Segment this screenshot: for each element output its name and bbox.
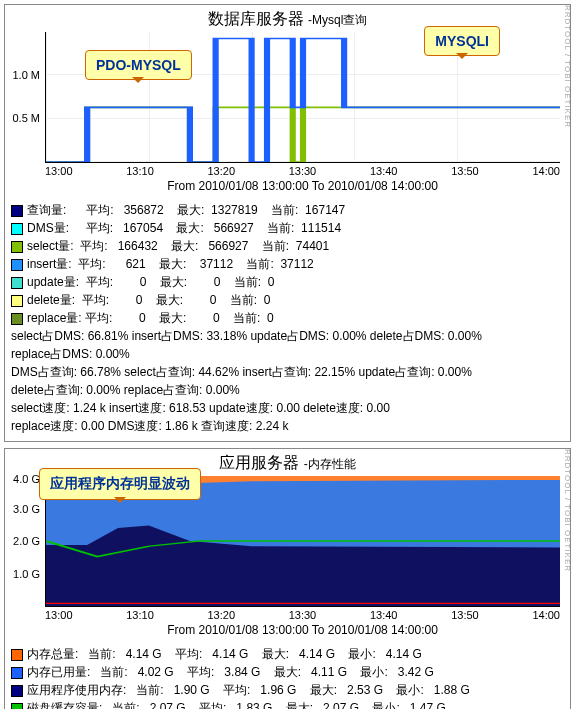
legend-row: select量: 平均: 166432 最大: 566927 当前: 74401 — [11, 237, 564, 255]
swatch — [11, 259, 23, 271]
swatch — [11, 223, 23, 235]
swatch — [11, 241, 23, 253]
panel1-title: 数据库服务器 — [208, 10, 304, 27]
callout-mem-fluctuation: 应用程序内存明显波动 — [39, 468, 201, 500]
legend-row: delete量: 平均: 0 最大: 0 当前: 0 — [11, 291, 564, 309]
swatch — [11, 649, 23, 661]
legend-extra: replace占DMS: 0.00% — [11, 345, 564, 363]
legend-row: 查询量: 平均: 356872 最大: 1327819 当前: 167147 — [11, 201, 564, 219]
panel2-chart: 应用程序内存明显波动 1.0 G 2.0 G 3.0 G 4.0 G — [45, 476, 560, 637]
panel2-x-axis: 13:00 13:10 13:20 13:30 13:40 13:50 14:0… — [45, 609, 560, 621]
panel2-legend: 内存总量: 当前: 4.14 G 平均: 4.14 G 最大: 4.14 G 最… — [11, 645, 564, 709]
legend-extra: select占DMS: 66.81% insert占DMS: 33.18% up… — [11, 327, 564, 345]
panel1-legend: 查询量: 平均: 356872 最大: 1327819 当前: 167147DM… — [11, 201, 564, 435]
legend-extra: replace速度: 0.00 DMS速度: 1.86 k 查询速度: 2.24… — [11, 417, 564, 435]
swatch — [11, 685, 23, 697]
legend-row: insert量: 平均: 621 最大: 37112 当前: 37112 — [11, 255, 564, 273]
legend-row: replace量: 平均: 0 最大: 0 当前: 0 — [11, 309, 564, 327]
legend-extra: select速度: 1.24 k insert速度: 618.53 update… — [11, 399, 564, 417]
callout-pdo-mysql: PDO-MYSQL — [85, 50, 192, 80]
app-server-panel: 应用服务器 -内存性能 应用程序内存明显波动 1.0 G 2.0 G 3.0 G… — [4, 448, 571, 709]
swatch — [11, 205, 23, 217]
legend-row: 应用程序使用内存: 当前: 1.90 G 平均: 1.96 G 最大: 2.53… — [11, 681, 564, 699]
swatch — [11, 703, 23, 709]
callout-mysqli: MYSQLI — [424, 26, 500, 56]
swatch — [11, 667, 23, 679]
panel2-subtitle: -内存性能 — [304, 457, 356, 471]
panel1-subtitle: -Mysql查询 — [308, 13, 367, 27]
swatch — [11, 313, 23, 325]
legend-row: 内存总量: 当前: 4.14 G 平均: 4.14 G 最大: 4.14 G 最… — [11, 645, 564, 663]
legend-row: 磁盘缓存容量: 当前: 2.07 G 平均: 1.83 G 最大: 2.07 G… — [11, 699, 564, 709]
swatch — [11, 277, 23, 289]
legend-row: update量: 平均: 0 最大: 0 当前: 0 — [11, 273, 564, 291]
panel1-range: From 2010/01/08 13:00:00 To 2010/01/08 1… — [45, 179, 560, 193]
legend-extra: delete占查询: 0.00% replace占查询: 0.00% — [11, 381, 564, 399]
legend-extra: DMS占查询: 66.78% select占查询: 44.62% insert占… — [11, 363, 564, 381]
rrdtool-credit: RRDTOOL / TOBI OETIKER — [563, 5, 572, 441]
panel1-chart: PDO-MYSQL MYSQLI 0.5 M 1.0 M 13:00 13:10… — [45, 32, 560, 193]
swatch — [11, 295, 23, 307]
panel1-y-axis: 0.5 M 1.0 M — [12, 32, 42, 162]
panel2-title: 应用服务器 — [219, 454, 299, 471]
panel2-range: From 2010/01/08 13:00:00 To 2010/01/08 1… — [45, 623, 560, 637]
legend-row: 内存已用量: 当前: 4.02 G 平均: 3.84 G 最大: 4.11 G … — [11, 663, 564, 681]
panel2-y-axis: 1.0 G 2.0 G 3.0 G 4.0 G — [12, 476, 42, 606]
panel1-x-axis: 13:00 13:10 13:20 13:30 13:40 13:50 14:0… — [45, 165, 560, 177]
legend-row: DMS量: 平均: 167054 最大: 566927 当前: 111514 — [11, 219, 564, 237]
rrdtool-credit-2: RRDTOOL / TOBI OETIKER — [563, 449, 572, 709]
db-server-panel: 数据库服务器 -Mysql查询 PDO-MYSQL MYSQLI 0.5 M 1… — [4, 4, 571, 442]
